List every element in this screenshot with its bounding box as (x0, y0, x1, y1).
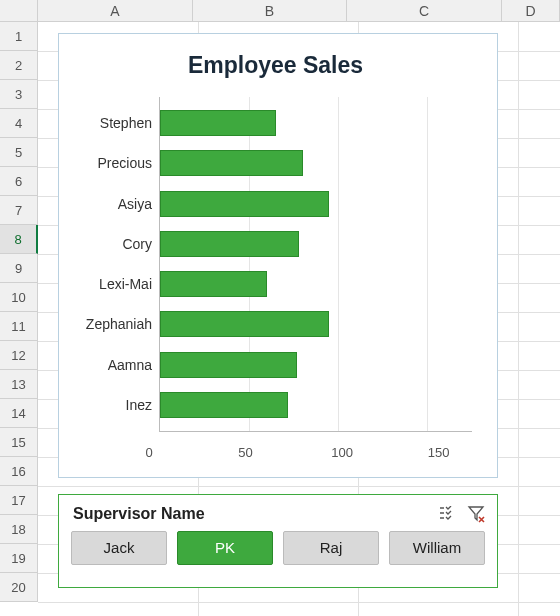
bar[interactable] (160, 311, 329, 337)
row-header-19[interactable]: 19 (0, 544, 38, 573)
select-all-corner[interactable] (0, 0, 38, 22)
bar-row: Precious (160, 149, 472, 177)
slicer-btn-william[interactable]: William (389, 531, 485, 565)
row-header-15[interactable]: 15 (0, 428, 38, 457)
bar-row: Aamna (160, 351, 472, 379)
row-header-13[interactable]: 13 (0, 370, 38, 399)
row-header-14[interactable]: 14 (0, 399, 38, 428)
slicer-btn-raj[interactable]: Raj (283, 531, 379, 565)
bar-row: Cory (160, 230, 472, 258)
bar-row: Inez (160, 391, 472, 419)
clear-filter-icon[interactable] (465, 503, 487, 525)
bar[interactable] (160, 191, 329, 217)
row-header-4[interactable]: 4 (0, 109, 38, 138)
chart-x-axis: 050100150 (149, 445, 487, 465)
slicer-btn-pk[interactable]: PK (177, 531, 273, 565)
row-headers: 1234567891011121314151617181920 (0, 22, 38, 616)
supervisor-slicer[interactable]: Supervisor Name JackPKRajWilliam (58, 494, 498, 588)
bar[interactable] (160, 231, 299, 257)
row-header-9[interactable]: 9 (0, 254, 38, 283)
chart-title: Employee Sales (69, 52, 482, 79)
row-header-1[interactable]: 1 (0, 22, 38, 51)
row-header-18[interactable]: 18 (0, 515, 38, 544)
x-tick: 50 (238, 445, 252, 460)
row-header-12[interactable]: 12 (0, 341, 38, 370)
bar-label: Asiya (70, 196, 152, 212)
row-header-8[interactable]: 8 (0, 225, 38, 254)
col-header-A[interactable]: A (38, 0, 193, 22)
row-header-17[interactable]: 17 (0, 486, 38, 515)
bar-row: Asiya (160, 190, 472, 218)
row-header-2[interactable]: 2 (0, 51, 38, 80)
row-header-20[interactable]: 20 (0, 573, 38, 602)
col-header-C[interactable]: C (347, 0, 502, 22)
row-header-10[interactable]: 10 (0, 283, 38, 312)
bar-label: Lexi-Mai (70, 276, 152, 292)
bar-row: Stephen (160, 109, 472, 137)
bar-row: Zephaniah (160, 310, 472, 338)
row-header-16[interactable]: 16 (0, 457, 38, 486)
col-header-D[interactable]: D (502, 0, 560, 22)
bar-label: Stephen (70, 115, 152, 131)
chart-plot-area: StephenPreciousAsiyaCoryLexi-MaiZephania… (159, 97, 472, 432)
bar[interactable] (160, 352, 297, 378)
bar-label: Zephaniah (70, 316, 152, 332)
bar[interactable] (160, 150, 303, 176)
bar-label: Inez (70, 397, 152, 413)
bar-row: Lexi-Mai (160, 270, 472, 298)
slicer-title: Supervisor Name (73, 505, 431, 523)
row-header-11[interactable]: 11 (0, 312, 38, 341)
x-tick: 100 (331, 445, 353, 460)
x-tick: 150 (428, 445, 450, 460)
column-headers: A B C D (38, 0, 560, 22)
bar-label: Precious (70, 155, 152, 171)
slicer-btn-jack[interactable]: Jack (71, 531, 167, 565)
bar-label: Cory (70, 236, 152, 252)
bar[interactable] (160, 110, 276, 136)
col-header-B[interactable]: B (193, 0, 348, 22)
employee-sales-chart[interactable]: Employee Sales StephenPreciousAsiyaCoryL… (58, 33, 498, 478)
slicer-buttons: JackPKRajWilliam (59, 531, 497, 565)
row-header-5[interactable]: 5 (0, 138, 38, 167)
bar[interactable] (160, 392, 288, 418)
multi-select-icon[interactable] (437, 503, 459, 525)
row-header-7[interactable]: 7 (0, 196, 38, 225)
bar-label: Aamna (70, 357, 152, 373)
x-tick: 0 (145, 445, 152, 460)
bar[interactable] (160, 271, 267, 297)
row-header-6[interactable]: 6 (0, 167, 38, 196)
row-header-3[interactable]: 3 (0, 80, 38, 109)
